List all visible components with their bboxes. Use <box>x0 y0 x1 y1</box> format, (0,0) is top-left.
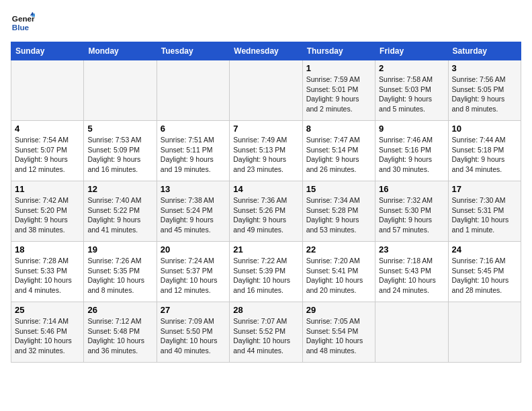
day-number: 5 <box>87 124 152 134</box>
day-info: Sunrise: 7:18 AM Sunset: 5:43 PM Dayligh… <box>379 256 444 295</box>
calendar-cell: 16Sunrise: 7:32 AM Sunset: 5:30 PM Dayli… <box>375 181 448 242</box>
calendar-cell <box>157 60 229 121</box>
calendar-cell <box>375 302 448 363</box>
day-number: 6 <box>161 124 226 134</box>
day-info: Sunrise: 7:09 AM Sunset: 5:50 PM Dayligh… <box>161 316 226 356</box>
calendar-cell: 12Sunrise: 7:40 AM Sunset: 5:22 PM Dayli… <box>84 181 157 242</box>
calendar-cell: 5Sunrise: 7:53 AM Sunset: 5:09 PM Daylig… <box>84 121 157 181</box>
day-info: Sunrise: 7:20 AM Sunset: 5:41 PM Dayligh… <box>306 256 371 295</box>
day-number: 14 <box>233 184 298 194</box>
day-number: 18 <box>15 244 80 255</box>
day-info: Sunrise: 7:54 AM Sunset: 5:07 PM Dayligh… <box>15 135 80 175</box>
day-number: 4 <box>15 124 80 134</box>
calendar-cell <box>230 60 302 121</box>
calendar-cell: 18Sunrise: 7:28 AM Sunset: 5:33 PM Dayli… <box>11 242 84 302</box>
day-number: 22 <box>306 244 371 255</box>
calendar-cell <box>448 302 521 363</box>
day-number: 20 <box>161 244 226 255</box>
day-info: Sunrise: 7:07 AM Sunset: 5:52 PM Dayligh… <box>233 316 298 356</box>
weekday-header-saturday: Saturday <box>448 42 521 60</box>
calendar-cell: 27Sunrise: 7:09 AM Sunset: 5:50 PM Dayli… <box>157 302 229 363</box>
calendar-cell <box>11 60 84 121</box>
day-number: 11 <box>15 184 80 194</box>
calendar-cell: 10Sunrise: 7:44 AM Sunset: 5:18 PM Dayli… <box>448 121 521 181</box>
day-info: Sunrise: 7:30 AM Sunset: 5:31 PM Dayligh… <box>452 195 517 235</box>
day-info: Sunrise: 7:58 AM Sunset: 5:03 PM Dayligh… <box>379 75 444 114</box>
calendar-week-row: 4Sunrise: 7:54 AM Sunset: 5:07 PM Daylig… <box>11 121 521 181</box>
calendar-cell: 15Sunrise: 7:34 AM Sunset: 5:28 PM Dayli… <box>302 181 375 242</box>
day-info: Sunrise: 7:05 AM Sunset: 5:54 PM Dayligh… <box>306 316 371 356</box>
calendar-header: SundayMondayTuesdayWednesdayThursdayFrid… <box>11 42 521 60</box>
day-info: Sunrise: 7:22 AM Sunset: 5:39 PM Dayligh… <box>233 256 298 295</box>
calendar-cell: 3Sunrise: 7:56 AM Sunset: 5:05 PM Daylig… <box>448 60 521 121</box>
page-header: General Blue <box>11 11 521 35</box>
weekday-header-wednesday: Wednesday <box>230 42 302 60</box>
weekday-header-friday: Friday <box>375 42 448 60</box>
day-number: 21 <box>233 244 298 255</box>
calendar-cell: 13Sunrise: 7:38 AM Sunset: 5:24 PM Dayli… <box>157 181 229 242</box>
calendar-cell <box>84 60 157 121</box>
day-info: Sunrise: 7:12 AM Sunset: 5:48 PM Dayligh… <box>87 316 152 356</box>
weekday-header-sunday: Sunday <box>11 42 84 60</box>
day-info: Sunrise: 7:26 AM Sunset: 5:35 PM Dayligh… <box>87 256 152 295</box>
day-info: Sunrise: 7:46 AM Sunset: 5:16 PM Dayligh… <box>379 135 444 175</box>
calendar-week-row: 11Sunrise: 7:42 AM Sunset: 5:20 PM Dayli… <box>11 181 521 242</box>
day-info: Sunrise: 7:44 AM Sunset: 5:18 PM Dayligh… <box>452 135 517 175</box>
calendar-cell: 17Sunrise: 7:30 AM Sunset: 5:31 PM Dayli… <box>448 181 521 242</box>
calendar-cell: 7Sunrise: 7:49 AM Sunset: 5:13 PM Daylig… <box>230 121 302 181</box>
calendar-cell: 28Sunrise: 7:07 AM Sunset: 5:52 PM Dayli… <box>230 302 302 363</box>
day-info: Sunrise: 7:28 AM Sunset: 5:33 PM Dayligh… <box>15 256 80 295</box>
calendar-cell: 26Sunrise: 7:12 AM Sunset: 5:48 PM Dayli… <box>84 302 157 363</box>
day-number: 15 <box>306 184 371 194</box>
day-number: 27 <box>161 305 226 315</box>
calendar-cell: 11Sunrise: 7:42 AM Sunset: 5:20 PM Dayli… <box>11 181 84 242</box>
calendar-cell: 9Sunrise: 7:46 AM Sunset: 5:16 PM Daylig… <box>375 121 448 181</box>
day-number: 1 <box>306 63 371 73</box>
calendar-cell: 21Sunrise: 7:22 AM Sunset: 5:39 PM Dayli… <box>230 242 302 302</box>
calendar-cell: 24Sunrise: 7:16 AM Sunset: 5:45 PM Dayli… <box>448 242 521 302</box>
weekday-header-row: SundayMondayTuesdayWednesdayThursdayFrid… <box>11 42 521 60</box>
day-info: Sunrise: 7:42 AM Sunset: 5:20 PM Dayligh… <box>15 195 80 235</box>
day-info: Sunrise: 7:32 AM Sunset: 5:30 PM Dayligh… <box>379 195 444 235</box>
logo: General Blue <box>11 11 38 35</box>
day-number: 9 <box>379 124 444 134</box>
calendar-cell: 19Sunrise: 7:26 AM Sunset: 5:35 PM Dayli… <box>84 242 157 302</box>
day-number: 7 <box>233 124 298 134</box>
weekday-header-tuesday: Tuesday <box>157 42 229 60</box>
day-number: 23 <box>379 244 444 255</box>
calendar-cell: 1Sunrise: 7:59 AM Sunset: 5:01 PM Daylig… <box>302 60 375 121</box>
day-info: Sunrise: 7:16 AM Sunset: 5:45 PM Dayligh… <box>452 256 517 295</box>
calendar-cell: 20Sunrise: 7:24 AM Sunset: 5:37 PM Dayli… <box>157 242 229 302</box>
day-info: Sunrise: 7:40 AM Sunset: 5:22 PM Dayligh… <box>87 195 152 235</box>
day-number: 17 <box>452 184 517 194</box>
day-info: Sunrise: 7:24 AM Sunset: 5:37 PM Dayligh… <box>161 256 226 295</box>
calendar-cell: 4Sunrise: 7:54 AM Sunset: 5:07 PM Daylig… <box>11 121 84 181</box>
day-info: Sunrise: 7:38 AM Sunset: 5:24 PM Dayligh… <box>161 195 226 235</box>
calendar-cell: 29Sunrise: 7:05 AM Sunset: 5:54 PM Dayli… <box>302 302 375 363</box>
calendar-cell: 8Sunrise: 7:47 AM Sunset: 5:14 PM Daylig… <box>302 121 375 181</box>
day-number: 26 <box>87 305 152 315</box>
calendar-table: SundayMondayTuesdayWednesdayThursdayFrid… <box>11 42 521 363</box>
day-info: Sunrise: 7:47 AM Sunset: 5:14 PM Dayligh… <box>306 135 371 175</box>
day-number: 28 <box>233 305 298 315</box>
day-number: 8 <box>306 124 371 134</box>
calendar-week-row: 25Sunrise: 7:14 AM Sunset: 5:46 PM Dayli… <box>11 302 521 363</box>
day-number: 16 <box>379 184 444 194</box>
day-info: Sunrise: 7:53 AM Sunset: 5:09 PM Dayligh… <box>87 135 152 175</box>
calendar-cell: 6Sunrise: 7:51 AM Sunset: 5:11 PM Daylig… <box>157 121 229 181</box>
weekday-header-monday: Monday <box>84 42 157 60</box>
day-info: Sunrise: 7:49 AM Sunset: 5:13 PM Dayligh… <box>233 135 298 175</box>
day-info: Sunrise: 7:34 AM Sunset: 5:28 PM Dayligh… <box>306 195 371 235</box>
calendar-body: 1Sunrise: 7:59 AM Sunset: 5:01 PM Daylig… <box>11 60 521 363</box>
logo-icon: General Blue <box>11 11 35 35</box>
calendar-cell: 2Sunrise: 7:58 AM Sunset: 5:03 PM Daylig… <box>375 60 448 121</box>
day-number: 24 <box>452 244 517 255</box>
calendar-cell: 25Sunrise: 7:14 AM Sunset: 5:46 PM Dayli… <box>11 302 84 363</box>
calendar-cell: 14Sunrise: 7:36 AM Sunset: 5:26 PM Dayli… <box>230 181 302 242</box>
day-info: Sunrise: 7:14 AM Sunset: 5:46 PM Dayligh… <box>15 316 80 356</box>
day-number: 19 <box>87 244 152 255</box>
day-number: 3 <box>452 63 517 73</box>
day-info: Sunrise: 7:51 AM Sunset: 5:11 PM Dayligh… <box>161 135 226 175</box>
day-info: Sunrise: 7:36 AM Sunset: 5:26 PM Dayligh… <box>233 195 298 235</box>
calendar-cell: 22Sunrise: 7:20 AM Sunset: 5:41 PM Dayli… <box>302 242 375 302</box>
